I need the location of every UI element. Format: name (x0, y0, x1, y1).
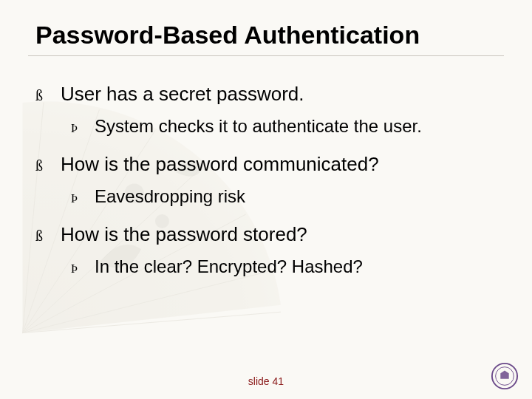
bullet-glyph-l2: Þ (71, 191, 83, 205)
bullet-text: How is the password stored? (61, 223, 307, 246)
bullet-item: ß How is the password communicated? Þ Ea… (35, 153, 497, 207)
bullet-text: User has a secret password. (61, 83, 304, 106)
bullet-glyph-l2: Þ (71, 121, 83, 135)
university-seal-icon (491, 362, 519, 390)
bullet-item: ß How is the password stored? Þ In the c… (35, 223, 497, 277)
bullet-glyph-l1: ß (35, 157, 49, 174)
sub-bullet-text: Eavesdropping risk (95, 186, 245, 207)
sub-bullet-text: System checks it to authenticate the use… (95, 116, 422, 137)
slide-content: ß User has a secret password. Þ System c… (35, 83, 497, 277)
bullet-glyph-l2: Þ (71, 262, 83, 276)
sub-bullet-text: In the clear? Encrypted? Hashed? (95, 256, 363, 277)
slide: Password-Based Authentication ß User has… (0, 0, 532, 399)
bullet-text: How is the password communicated? (61, 153, 379, 176)
slide-title: Password-Based Authentication (28, 21, 504, 56)
bullet-glyph-l1: ß (35, 227, 49, 245)
bullet-glyph-l1: ß (35, 86, 49, 104)
slide-number: slide 41 (0, 375, 532, 387)
bullet-item: ß User has a secret password. Þ System c… (35, 83, 497, 137)
